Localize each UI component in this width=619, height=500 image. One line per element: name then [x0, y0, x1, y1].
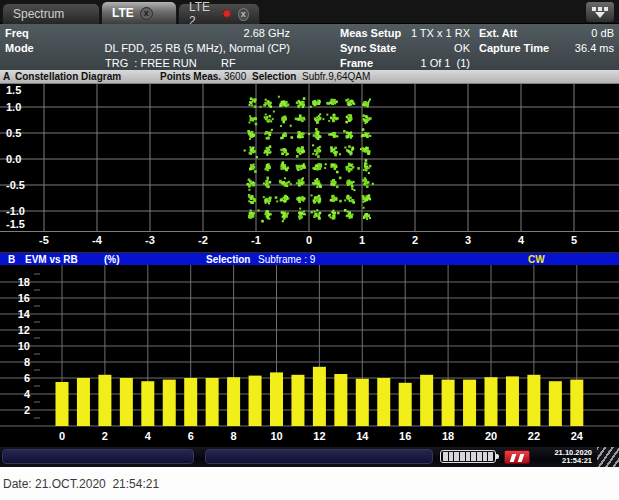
- svg-text:8: 8: [24, 356, 30, 368]
- modified-star-icon: ✸: [222, 8, 232, 20]
- meas-setup-value: 1 TX x 1 RX: [395, 26, 470, 41]
- status-datetime: 21.10.2020 21:54:21: [540, 449, 592, 465]
- ext-att-value: 0 dB: [556, 26, 614, 41]
- x-tick-label: 8: [231, 430, 237, 442]
- status-time: 21:54:21: [540, 457, 592, 465]
- window-a-title: Constellation Diagram: [15, 70, 121, 83]
- x-tick-label: -1: [251, 234, 261, 246]
- header-row: TRG : FREE RUN RF Frame 1 Of 1 (1): [0, 56, 619, 71]
- x-tick-label: 10: [270, 430, 282, 442]
- tab-bar: Spectrum LTE x LTE 2 ✸ x: [0, 0, 619, 24]
- meas-setup-label: Meas Setup: [340, 26, 401, 41]
- x-tick-label: 24: [571, 430, 583, 442]
- evm-plot[interactable]: 24681012141618: [0, 265, 619, 428]
- constellation-plot[interactable]: 1.51.00.50.0-0.5-1.0-1.5: [0, 83, 619, 232]
- constellation-x-axis: -5-4-3-2-1012345: [0, 232, 619, 252]
- x-tick-label: 5: [571, 234, 577, 246]
- x-tick-label: 6: [188, 430, 194, 442]
- dots-icon: [592, 7, 608, 11]
- x-tick-label: 4: [145, 430, 151, 442]
- evm-svg: 24681012141618: [0, 265, 619, 428]
- x-tick-label: -5: [39, 234, 49, 246]
- tab-lte[interactable]: LTE x: [101, 1, 177, 24]
- ext-att-label: Ext. Att: [479, 26, 517, 41]
- window-id: A: [3, 70, 10, 83]
- capture-time-value: 36.4 ms: [556, 41, 614, 56]
- measurement-header: Freq 2.68 GHz Meas Setup 1 TX x 1 RX Ext…: [0, 24, 619, 70]
- evm-x-axis: 024681012141618202224: [0, 428, 619, 447]
- frame-label: Frame: [340, 56, 373, 71]
- tab-lte2[interactable]: LTE 2 ✸ x: [178, 3, 260, 24]
- window-b-titlebar: B EVM vs RB (%) Selection Subframe : 9 C…: [0, 252, 619, 265]
- svg-text:1.5: 1.5: [6, 84, 21, 96]
- svg-text:-1.5: -1.5: [6, 218, 25, 230]
- x-tick-label: 1: [359, 234, 365, 246]
- svg-text:6: 6: [24, 372, 30, 384]
- trigger-value: TRG : FREE RUN RF: [105, 56, 345, 71]
- mode-label: Mode: [5, 41, 34, 56]
- constellation-svg: 1.51.00.50.0-0.5-1.0-1.5: [0, 83, 619, 232]
- tab-overflow-button[interactable]: [585, 1, 615, 23]
- freq-value: 2.68 GHz: [100, 26, 290, 41]
- x-tick-label: 3: [465, 234, 471, 246]
- svg-text:2: 2: [24, 404, 30, 416]
- svg-text:18: 18: [18, 276, 30, 288]
- freq-label: Freq: [5, 26, 29, 41]
- svg-text:-0.5: -0.5: [6, 179, 25, 191]
- x-tick-label: 0: [306, 234, 312, 246]
- resize-grip-icon[interactable]: [597, 447, 619, 467]
- frame-value: 1 Of 1 (1): [395, 56, 470, 71]
- sync-state-label: Sync State: [340, 41, 396, 56]
- softkey-status-right[interactable]: [205, 449, 433, 464]
- svg-text:1.0: 1.0: [6, 101, 21, 113]
- svg-text:16: 16: [18, 292, 30, 304]
- x-tick-label: -4: [92, 234, 102, 246]
- analyzer-screen: Spectrum LTE x LTE 2 ✸ x Freq 2.68 GHz M…: [0, 0, 619, 500]
- x-tick-label: 4: [518, 234, 524, 246]
- svg-text:0.5: 0.5: [6, 127, 21, 139]
- window-a-titlebar: A Constellation Diagram Points Meas. 360…: [0, 70, 619, 83]
- selection-value: Subfr.9,64QAM: [302, 70, 370, 83]
- header-row: Mode DL FDD, 25 RB (5 MHz), Normal (CP) …: [0, 41, 619, 56]
- svg-text:14: 14: [18, 308, 31, 320]
- screenshot-caption: Date: 21.OCT.2020 21:54:21: [0, 467, 619, 500]
- selection-label: Selection: [252, 70, 296, 83]
- caption-text: Date: 21.OCT.2020 21:54:21: [3, 477, 159, 491]
- x-tick-label: 2: [102, 430, 108, 442]
- svg-text:4: 4: [24, 388, 31, 400]
- header-row: Freq 2.68 GHz Meas Setup 1 TX x 1 RX Ext…: [0, 26, 619, 41]
- tab-label: LTE: [112, 6, 134, 20]
- x-tick-label: 0: [59, 430, 65, 442]
- svg-text:0.0: 0.0: [6, 153, 21, 165]
- x-tick-label: -2: [198, 234, 208, 246]
- softkey-status-left[interactable]: [2, 449, 194, 464]
- x-tick-label: 14: [356, 430, 368, 442]
- points-meas-value: 3600: [224, 70, 246, 83]
- mode-value: DL FDD, 25 RB (5 MHz), Normal (CP): [100, 41, 290, 56]
- svg-text:12: 12: [18, 324, 30, 336]
- x-tick-label: 20: [485, 430, 497, 442]
- svg-text:10: 10: [18, 340, 30, 352]
- x-tick-label: 12: [313, 430, 325, 442]
- red-status-icon: [504, 450, 530, 464]
- close-icon[interactable]: x: [140, 7, 153, 20]
- tab-label: Spectrum: [13, 7, 64, 21]
- sync-state-value: OK: [395, 41, 470, 56]
- close-icon[interactable]: x: [238, 8, 249, 21]
- x-tick-label: 18: [442, 430, 454, 442]
- tab-spectrum[interactable]: Spectrum: [2, 3, 100, 24]
- chevron-down-icon: [595, 12, 605, 18]
- capture-time-label: Capture Time: [479, 41, 549, 56]
- x-tick-label: -3: [145, 234, 155, 246]
- x-tick-label: 2: [412, 234, 418, 246]
- progress-segments-icon: [440, 450, 496, 463]
- status-bar: 21.10.2020 21:54:21: [0, 447, 619, 467]
- svg-text:-1.0: -1.0: [6, 205, 25, 217]
- x-tick-label: 22: [528, 430, 540, 442]
- x-tick-label: 16: [399, 430, 411, 442]
- points-meas-label: Points Meas.: [160, 70, 221, 83]
